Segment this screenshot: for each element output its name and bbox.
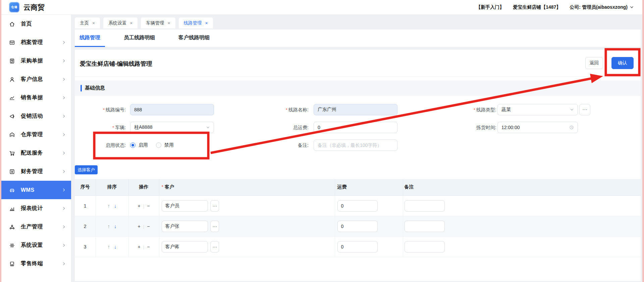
sort-down-icon[interactable]: ↓ xyxy=(114,244,117,249)
chevron-right-icon xyxy=(62,169,66,174)
sidebar-item-财务管理[interactable]: 财务管理 xyxy=(0,162,71,181)
tab-主页[interactable]: 主页 × xyxy=(75,17,100,29)
warehouse-icon xyxy=(9,132,15,138)
sidebar-item-系统设置[interactable]: 系统设置 xyxy=(0,236,71,255)
subtab-线路管理[interactable]: 线路管理 xyxy=(75,30,105,47)
sidebar-item-采购单据[interactable]: 采购单据 xyxy=(0,52,71,70)
note-input[interactable] xyxy=(405,221,445,232)
sort-down-icon[interactable]: ↓ xyxy=(114,223,117,229)
route-name-input[interactable] xyxy=(314,104,397,115)
col-note: 备注 xyxy=(403,179,641,195)
chevron-right-icon xyxy=(62,225,66,229)
chevron-right-icon xyxy=(62,206,66,211)
sidebar-item-档案管理[interactable]: 档案管理 xyxy=(0,33,71,52)
customer-table: 序号 排序 操作 *客户 运费 备注 1 ↑↓ +|− ⋯ 2 ↑↓ xyxy=(75,179,641,257)
sort-up-icon[interactable]: ↑ xyxy=(108,203,110,209)
remove-row-icon[interactable]: − xyxy=(147,203,150,209)
sidebar-item-促销活动[interactable]: 促销活动 xyxy=(0,107,71,125)
select-customer-button[interactable]: 选择客户 xyxy=(75,165,98,174)
sidebar-item-wms[interactable]: WMS xyxy=(0,181,71,199)
route-type-select[interactable]: 蔬菜 xyxy=(497,104,578,115)
customer-icon xyxy=(9,76,15,82)
chevron-right-icon xyxy=(62,114,66,119)
app-title: 云商贸 xyxy=(23,3,45,12)
sort-up-icon[interactable]: ↑ xyxy=(108,244,110,249)
confirm-button[interactable]: 确认 xyxy=(611,57,634,69)
col-seq: 序号 xyxy=(75,179,96,195)
megaphone-icon xyxy=(9,113,15,119)
quick-start-link[interactable]: 【新手入门】 xyxy=(476,4,504,10)
customer-more-button[interactable]: ⋯ xyxy=(210,221,219,232)
chevron-down-icon xyxy=(206,125,210,129)
add-row-icon[interactable]: + xyxy=(138,224,141,229)
sidebar-item-零售终端[interactable]: 零售终端 xyxy=(0,255,71,273)
company-dropdown[interactable]: 公司: 管理员(aibaosxzong) xyxy=(570,4,634,10)
customer-more-button[interactable]: ⋯ xyxy=(210,200,219,212)
tab-系统设置[interactable]: 系统设置 × xyxy=(103,17,138,29)
col-sort: 排序 xyxy=(96,179,128,195)
vehicle-select[interactable]: 桂A8888 xyxy=(130,122,214,133)
production-nodes-icon xyxy=(9,224,15,230)
table-row: 3 ↑↓ +|− ⋯ xyxy=(75,236,641,257)
chevron-right-icon xyxy=(62,96,66,100)
chevron-right-icon xyxy=(62,132,66,137)
tab-车辆管理[interactable]: 车辆管理 × xyxy=(141,17,175,29)
back-button[interactable]: 返回 xyxy=(585,57,603,69)
gear-icon xyxy=(9,242,15,248)
clock-icon xyxy=(569,125,574,130)
close-icon[interactable]: × xyxy=(130,21,132,25)
remark-input[interactable] xyxy=(314,139,397,151)
sidebar-item-生产管理[interactable]: 生产管理 xyxy=(0,218,71,236)
subtab-客户线路明细[interactable]: 客户线路明细 xyxy=(174,30,214,47)
chevron-right-icon xyxy=(62,151,66,156)
radio-禁用[interactable]: 禁用 xyxy=(156,142,174,148)
subtab-员工线路明细[interactable]: 员工线路明细 xyxy=(119,30,160,47)
note-input[interactable] xyxy=(405,200,445,212)
total-fee-input[interactable] xyxy=(314,122,397,133)
remove-row-icon[interactable]: − xyxy=(147,224,150,229)
chevron-right-icon xyxy=(62,59,66,63)
sidebar-item-首页[interactable]: 首页 xyxy=(0,15,71,33)
chevron-right-icon xyxy=(62,40,66,45)
company-label: 公司: 管理员(aibaosxzong) xyxy=(570,4,628,10)
retail-store-icon xyxy=(9,261,15,267)
route-type-more-button[interactable]: ⋯ xyxy=(579,104,590,115)
sidebar-item-销售单据[interactable]: 销售单据 xyxy=(0,89,71,107)
route-type-label: *线路类型: xyxy=(410,104,496,115)
open-tabs-bar: 主页 × 系统设置 × 车辆管理 × 线路管理 × xyxy=(75,17,213,29)
note-input[interactable] xyxy=(405,241,445,252)
store-name[interactable]: 爱宝生鲜店铺【1487】 xyxy=(513,4,561,10)
customer-input[interactable] xyxy=(162,221,208,232)
customer-input[interactable] xyxy=(162,200,208,212)
sort-down-icon[interactable]: ↓ xyxy=(114,203,117,209)
vehicle-label: *车辆: xyxy=(75,122,126,133)
radio-启用[interactable]: 启用 xyxy=(130,142,148,148)
remove-row-icon[interactable]: − xyxy=(147,244,150,249)
customer-input[interactable] xyxy=(162,241,208,252)
sort-up-icon[interactable]: ↑ xyxy=(108,223,110,229)
sidebar-item-报表统计[interactable]: 报表统计 xyxy=(0,199,71,218)
fee-input[interactable] xyxy=(337,200,378,212)
chevron-right-icon xyxy=(62,188,66,192)
close-icon[interactable]: × xyxy=(92,21,95,25)
section-title: 基础信息 xyxy=(85,85,105,91)
route-no-input[interactable] xyxy=(130,104,214,115)
pick-time-input[interactable]: 12:00:00 xyxy=(497,122,578,133)
add-row-icon[interactable]: + xyxy=(138,244,141,249)
table-row: 1 ↑↓ +|− ⋯ xyxy=(75,195,641,216)
row-seq: 2 xyxy=(75,216,96,236)
customer-more-button[interactable]: ⋯ xyxy=(210,241,219,252)
sidebar-item-配送服务[interactable]: 配送服务 xyxy=(0,144,71,162)
close-icon[interactable]: × xyxy=(167,21,170,25)
close-icon[interactable]: × xyxy=(205,21,208,25)
add-row-icon[interactable]: + xyxy=(138,203,141,209)
sidebar-nav: 首页 档案管理 采购单据 客户信息 销售单据 促销活动 xyxy=(0,15,71,282)
enable-status-label: 启用状态: xyxy=(75,139,126,151)
sidebar-item-客户信息[interactable]: 客户信息 xyxy=(0,70,71,89)
tab-线路管理[interactable]: 线路管理 × xyxy=(179,17,213,29)
purchase-doc-icon xyxy=(9,58,15,64)
sidebar-item-仓库管理[interactable]: 仓库管理 xyxy=(0,125,71,144)
fee-input[interactable] xyxy=(337,221,378,232)
fee-input[interactable] xyxy=(337,241,378,252)
sales-chart-icon xyxy=(9,95,15,101)
